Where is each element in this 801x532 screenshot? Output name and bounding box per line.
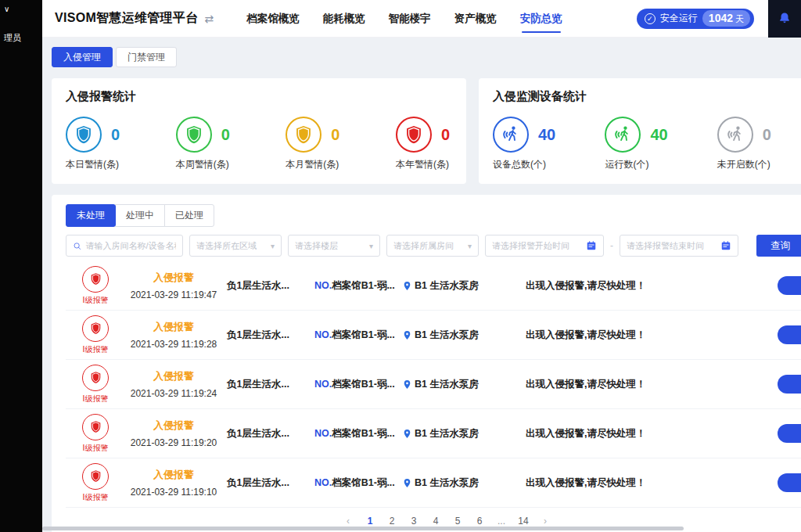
alarm-location: 负1层生活水...	[227, 378, 314, 391]
device-name: 档案馆B1-弱...	[332, 329, 395, 340]
tab-intrusion-management[interactable]: 入侵管理	[52, 47, 113, 67]
stat-year-alarms: 0 本年警情(条)	[396, 117, 452, 171]
nav-item-security-overview[interactable]: 安防总览	[520, 0, 562, 38]
alarm-message: 出现入侵报警,请尽快处理！	[526, 476, 721, 490]
shield-icon	[176, 117, 212, 153]
nav-item-smart-building[interactable]: 智能楼宇	[389, 0, 431, 38]
badge-label: 安全运行	[660, 12, 698, 25]
alarm-type: 入侵报警	[120, 369, 227, 383]
alarm-type: 入侵报警	[120, 419, 227, 433]
alarm-type: 入侵报警	[120, 468, 227, 482]
alarm-level-badge: Ⅰ级报警	[83, 394, 109, 404]
alarm-shield-icon	[82, 315, 109, 342]
start-time-picker[interactable]: 请选择报警开始时间	[485, 235, 604, 257]
stat-value: 40	[538, 126, 555, 144]
row-action-button[interactable]	[778, 473, 801, 492]
end-time-placeholder: 请选择报警结束时间	[627, 240, 704, 252]
stat-value: 0	[331, 126, 342, 144]
sidebar-user-label[interactable]: 理员	[4, 32, 38, 44]
start-time-placeholder: 请选择报警开始时间	[492, 240, 569, 252]
location-pin-icon	[402, 330, 412, 340]
floor-select[interactable]: 请选择楼层 ▾	[288, 235, 380, 257]
page-button-14[interactable]: 14	[517, 516, 530, 527]
bell-icon[interactable]	[778, 12, 792, 26]
stat-label: 运行数(个)	[605, 158, 667, 171]
query-button[interactable]: 查询	[756, 235, 801, 257]
next-page-button[interactable]: ›	[539, 516, 551, 527]
device-name: 档案馆B1-弱...	[332, 280, 395, 291]
shield-icon	[286, 117, 321, 153]
prev-page-button[interactable]: ‹	[342, 516, 354, 527]
table-row: Ⅰ级报警 入侵报警 2021-03-29 11:19:10 负1层生活水... …	[66, 458, 801, 508]
status-tab-processing[interactable]: 处理中	[115, 204, 165, 227]
badge-days: 1042 天	[702, 10, 750, 27]
safe-running-badge: ✓ 安全运行 1042 天	[637, 9, 754, 29]
room-select[interactable]: 请选择所属房间 ▾	[386, 235, 479, 257]
chevron-down-icon[interactable]: ∨	[4, 5, 38, 13]
nav-item-asset-overview[interactable]: 资产概览	[454, 0, 497, 38]
alarm-shield-icon	[82, 414, 109, 440]
page-button-5[interactable]: 5	[451, 516, 464, 527]
page-button-4[interactable]: 4	[429, 516, 442, 527]
device-no-prefix: NO.	[314, 280, 332, 291]
module-tabs: 入侵管理 门禁管理	[52, 47, 801, 67]
tab-access-management[interactable]: 门禁管理	[116, 47, 177, 67]
stat-week-alarms: 0 本周警情(条)	[176, 117, 232, 171]
alarm-level-badge: Ⅰ级报警	[83, 492, 109, 503]
alarm-location: 负1层生活水...	[227, 279, 314, 293]
room-name: B1 生活水泵房	[415, 476, 479, 490]
content: 入侵管理 门禁管理 入侵报警统计 0	[42, 38, 801, 532]
notification-corner	[768, 0, 801, 38]
alarm-shield-icon	[82, 463, 109, 490]
device-no-prefix: NO.	[314, 379, 332, 390]
nav-item-archive-overview[interactable]: 档案馆概览	[246, 0, 300, 38]
room-name: B1 生活水泵房	[415, 427, 479, 440]
swap-icon[interactable]: ⇄	[204, 13, 214, 25]
search-input[interactable]	[85, 241, 176, 250]
status-tabs: 未处理 处理中 已处理	[66, 204, 214, 227]
stat-label: 本日警情(条)	[66, 158, 122, 171]
alarm-time: 2021-03-29 11:19:10	[120, 487, 227, 498]
motion-sensor-icon	[717, 117, 753, 153]
device-stats-card: 入侵监测设备统计 40 设备总数(个)	[479, 78, 801, 184]
alarm-message: 出现入侵报警,请尽快处理！	[526, 329, 721, 342]
chevron-down-icon: ▾	[468, 242, 472, 250]
page-button-6[interactable]: 6	[473, 516, 486, 527]
alarm-type: 入侵报警	[120, 271, 227, 285]
nav-item-energy-overview[interactable]: 能耗概览	[323, 0, 365, 38]
main-nav: 档案馆概览 能耗概览 智能楼宇 资产概览 安防总览	[246, 0, 562, 38]
room-name: B1 生活水泵房	[415, 279, 479, 293]
stat-label: 本月警情(条)	[286, 158, 342, 171]
device-no-prefix: NO.	[314, 477, 332, 488]
device-name: 档案馆B1-弱...	[332, 477, 395, 488]
end-time-picker[interactable]: 请选择报警结束时间	[620, 235, 738, 257]
status-tab-unprocessed[interactable]: 未处理	[66, 204, 116, 227]
search-field[interactable]	[66, 235, 183, 257]
stat-device-running: 40 运行数(个)	[605, 117, 667, 171]
page-ellipsis: ...	[495, 516, 508, 527]
status-tab-processed[interactable]: 已处理	[164, 204, 214, 227]
alarm-level-badge: Ⅰ级报警	[83, 295, 109, 306]
row-action-button[interactable]	[778, 325, 801, 344]
table-row: Ⅰ级报警 入侵报警 2021-03-29 11:19:28 负1层生活水... …	[66, 311, 801, 360]
page-button-3[interactable]: 3	[408, 516, 420, 527]
row-action-button[interactable]	[778, 276, 801, 295]
location-pin-icon	[402, 281, 412, 291]
row-action-button[interactable]	[778, 375, 801, 394]
page-button-1[interactable]: 1	[364, 516, 376, 527]
device-no-prefix: NO.	[314, 428, 332, 439]
row-action-button[interactable]	[778, 424, 801, 443]
stat-value: 0	[111, 126, 122, 144]
alarm-time: 2021-03-29 11:19:20	[120, 437, 227, 448]
stat-month-alarms: 0 本月警情(条)	[286, 117, 342, 171]
page-button-2[interactable]: 2	[386, 516, 398, 527]
horizontal-scrollbar[interactable]	[42, 527, 684, 530]
location-pin-icon	[402, 379, 412, 390]
stat-label: 本周警情(条)	[176, 158, 232, 171]
alarm-shield-icon	[82, 266, 109, 293]
location-pin-icon	[402, 429, 412, 439]
area-select[interactable]: 请选择所在区域 ▾	[189, 235, 282, 257]
alarm-message: 出现入侵报警,请尽快处理！	[526, 427, 721, 440]
stat-today-alarms: 0 本日警情(条)	[66, 117, 122, 171]
stat-value: 0	[221, 126, 232, 144]
